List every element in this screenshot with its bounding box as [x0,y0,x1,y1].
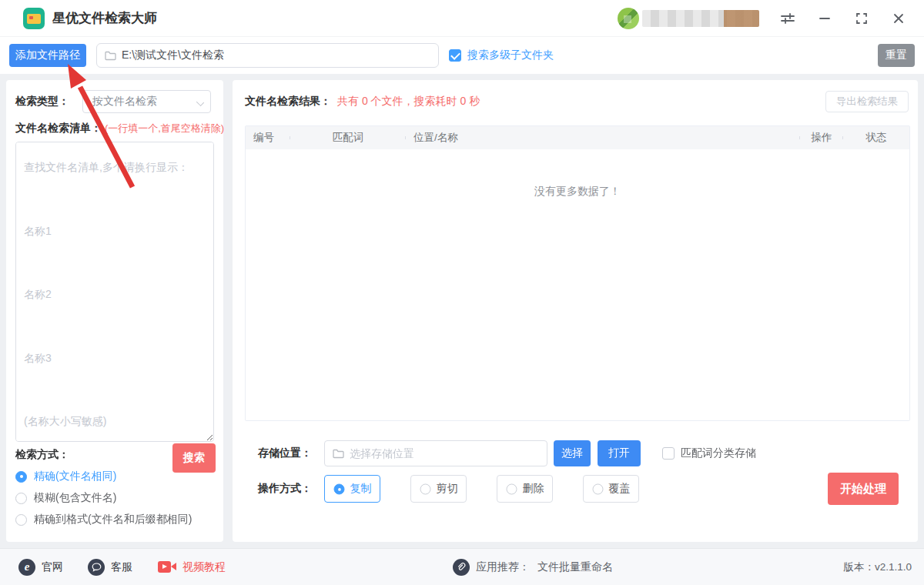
video-tutorial-icon [158,560,176,573]
search-type-value: 按文件名检索 [92,95,157,109]
chevron-down-icon [196,99,204,106]
start-process-button[interactable]: 开始处理 [828,473,899,505]
col-header-operation: 操作 [800,131,843,145]
mode-radio-exact[interactable]: 精确(文件名相同) [15,470,116,483]
op-radio-label: 复制 [350,482,372,496]
col-header-status: 状态 [843,131,909,145]
results-table: 编号 匹配词 位置/名称 操作 状态 没有更多数据了！ [245,125,910,421]
op-radio-copy[interactable]: 复制 [324,475,380,503]
close-button[interactable] [890,10,907,27]
content-area: 检索类型： 按文件名检索 文件名检索清单： (一行填一个,首尾空格清除) 检索方… [0,74,924,548]
footer-website-label: 官网 [42,560,63,574]
user-avatar[interactable] [618,8,639,29]
recommend-app-name[interactable]: 文件批量重命名 [537,560,613,574]
radio-icon [15,471,27,483]
titlebar: 星优文件检索大师 [0,0,924,37]
choose-button[interactable]: 选择 [554,440,591,466]
radio-icon [506,483,517,494]
export-results-button[interactable]: 导出检索结果 [825,91,909,112]
maximize-button[interactable] [853,10,870,27]
footer-support-link[interactable]: 客服 [88,559,132,576]
results-stats: 共有 0 个文件，搜索耗时 0 秒 [337,95,480,109]
toolbar: 添加文件路径 搜索多级子文件夹 重置 [0,37,924,74]
open-button[interactable]: 打开 [598,440,641,466]
empty-state-text: 没有更多数据了！ [534,185,621,197]
reset-button[interactable]: 重置 [878,44,915,67]
op-radio-delete[interactable]: 删除 [497,475,553,503]
footer-video-link[interactable]: 视频教程 [158,560,226,574]
col-header-number: 编号 [246,131,290,145]
version-text: 版本：v2.1.1.0 [843,560,912,574]
op-radio-label: 覆盖 [609,482,631,496]
footer-recommend[interactable]: 应用推荐： 文件批量重命名 [453,559,613,576]
op-radio-overwrite[interactable]: 覆盖 [583,475,639,503]
op-radio-label: 剪切 [437,482,458,496]
op-radio-cut[interactable]: 剪切 [410,475,467,503]
website-icon: e [18,559,35,576]
classify-checkbox-label[interactable]: 匹配词分类存储 [681,446,756,460]
paperclip-icon [453,559,470,576]
sidebar-panel: 检索类型： 按文件名检索 文件名检索清单： (一行填一个,首尾空格清除) 检索方… [6,80,223,542]
app-logo-icon [23,8,45,29]
folder-icon [333,449,344,459]
subfolder-checkbox-label[interactable]: 搜索多级子文件夹 [467,48,554,62]
recommend-label: 应用推荐： [476,560,530,574]
operation-row: 操作方式： 复制 剪切 删除 覆盖 开始处理 [245,473,906,505]
mode-radio-fuzzy[interactable]: 模糊(包含文件名) [15,491,116,505]
results-table-body: 没有更多数据了！ [246,149,909,420]
name-list-hint: (一行填一个,首尾空格清除) [105,122,224,134]
footer: e 官网 客服 视频教程 应用推荐： 文件批量重命名 版本：v2.1.1.0 [0,548,924,585]
operation-label: 操作方式： [245,482,312,496]
name-list-textarea[interactable] [15,142,214,442]
storage-label: 存储位置： [245,446,312,460]
mode-radio-label: 精确到格式(文件名和后缀都相同) [34,513,192,526]
subfolder-checkbox[interactable] [449,49,461,62]
folder-icon [105,51,116,61]
op-radio-label: 删除 [523,482,544,496]
path-input-box [96,43,439,68]
classify-checkbox[interactable] [662,447,675,460]
footer-support-label: 客服 [111,560,132,574]
radio-icon [15,493,27,504]
mode-radio-label: 模糊(包含文件名) [34,491,116,505]
storage-input-box [324,440,547,466]
footer-video-label: 视频教程 [182,560,226,574]
search-button[interactable]: 搜索 [172,443,216,473]
minimize-button[interactable] [816,10,833,27]
main-panel: 文件名检索结果： 共有 0 个文件，搜索耗时 0 秒 导出检索结果 编号 匹配词… [233,80,918,542]
footer-website-link[interactable]: e 官网 [18,559,63,576]
name-list-label: 文件名检索清单： [15,122,102,134]
path-input[interactable] [122,49,430,62]
col-header-match: 匹配词 [290,131,406,145]
mode-radio-exact-format[interactable]: 精确到格式(文件名和后缀都相同) [15,513,192,526]
settings-sliders-icon[interactable] [779,10,796,27]
search-type-select[interactable]: 按文件名检索 [82,90,211,113]
results-table-header: 编号 匹配词 位置/名称 操作 状态 [246,126,909,149]
add-path-button[interactable]: 添加文件路径 [9,44,86,67]
storage-row: 存储位置： 选择 打开 匹配词分类存储 [245,440,906,467]
radio-icon [592,483,603,494]
mode-radio-label: 精确(文件名相同) [34,470,116,483]
radio-icon [15,514,27,526]
search-type-label: 检索类型： [15,95,69,109]
col-header-path: 位置/名称 [406,131,800,145]
search-mode-label: 检索方式： [15,448,69,460]
results-title: 文件名检索结果： [245,95,331,109]
chat-icon [88,559,105,576]
radio-icon [420,483,430,494]
radio-icon [333,483,344,494]
app-title: 星优文件检索大师 [52,9,157,27]
storage-location-input[interactable] [350,447,539,460]
username-redacted [642,10,759,27]
